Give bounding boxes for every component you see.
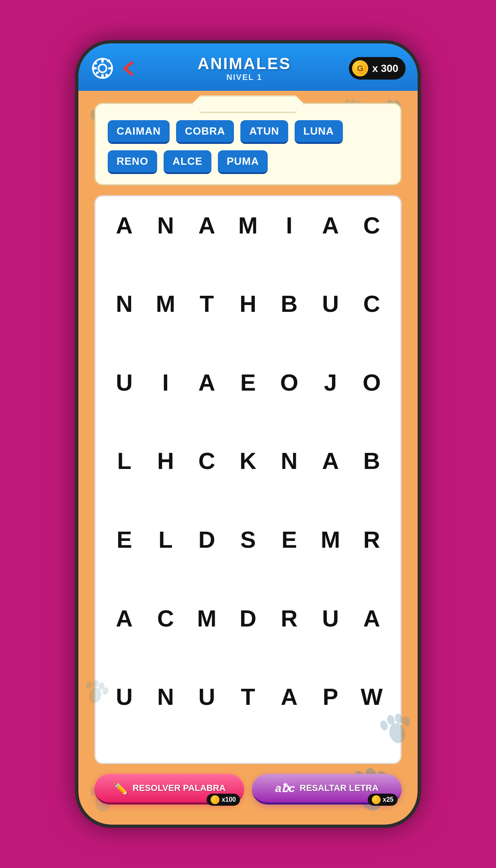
action-buttons: ✏️ RESOLVER PALABRA x100 aƀc RESALTAR LE… [94,774,402,813]
header-center: ANIMALES NIVEL 1 [140,55,349,82]
resaltar-cost: x25 [368,794,398,806]
letter-cell-1-4[interactable]: B [268,283,310,325]
resaltar-label: RESALTAR LETRA [300,783,379,793]
letter-cell-5-4[interactable]: R [268,598,310,639]
letter-cell-1-0[interactable]: N [104,283,145,325]
word-tag-atun[interactable]: ATUN [240,120,288,144]
word-tag-puma[interactable]: PUMA [218,150,268,174]
letter-cell-1-3[interactable]: H [228,283,269,325]
letter-cell-2-1[interactable]: I [145,362,187,403]
letter-cell-1-6[interactable]: C [351,283,392,325]
coin-icon-small-2 [372,795,381,804]
letter-cell-6-2[interactable]: U [186,676,228,717]
settings-button[interactable] [90,56,115,80]
letter-cell-0-0[interactable]: A [104,205,145,246]
pencil-icon: ✏️ [113,781,128,795]
game-body: CAIMAN COBRA ATUN LUNA RENO ALCE PUMA AN… [78,91,418,825]
letter-cell-5-1[interactable]: C [145,598,187,639]
resolver-button[interactable]: ✏️ RESOLVER PALABRA x100 [94,774,244,805]
letter-cell-0-3[interactable]: M [228,205,269,246]
letter-cell-3-2[interactable]: C [186,440,228,482]
letter-cell-4-5[interactable]: M [310,519,351,560]
letter-cell-3-5[interactable]: A [310,440,351,482]
letter-cell-0-6[interactable]: C [351,205,392,246]
letter-cell-1-5[interactable]: U [310,283,351,325]
letter-cell-4-3[interactable]: S [228,519,269,560]
word-tag-luna[interactable]: LUNA [295,120,343,144]
svg-point-34 [402,716,411,727]
phone-frame: ANIMALES NIVEL 1 G x 300 [75,40,421,828]
letter-cell-4-1[interactable]: L [145,519,187,560]
word-tag-cobra[interactable]: COBRA [176,120,234,144]
resaltar-cost-text: x25 [383,796,394,803]
letter-cell-5-0[interactable]: A [104,598,145,639]
word-list-panel: CAIMAN COBRA ATUN LUNA RENO ALCE PUMA [94,103,402,185]
svg-point-26 [85,681,93,690]
coin-icon-small [211,795,219,804]
letter-cell-2-2[interactable]: A [186,362,228,403]
letter-cell-2-6[interactable]: O [351,362,392,403]
coin-counter: G x 300 [349,57,406,80]
letter-cell-6-3[interactable]: T [228,676,269,717]
abc-icon: aƀc [275,782,295,795]
back-button[interactable] [118,57,140,80]
banner-decoration [192,95,304,113]
svg-point-1 [98,64,107,72]
resolver-cost: x100 [207,794,240,806]
letter-cell-5-3[interactable]: D [228,598,269,639]
letter-cell-0-1[interactable]: N [145,205,187,246]
word-tag-reno[interactable]: RENO [108,150,157,174]
letter-cell-2-3[interactable]: E [228,362,269,403]
resolver-label: RESOLVER PALABRA [133,783,225,793]
letter-grid-panel: ANAMIACNMTHBUCUIAEOJOLHCKNABELDSEMRACMDR… [94,195,402,764]
letter-cell-0-5[interactable]: A [310,205,351,246]
letter-cell-2-5[interactable]: J [310,362,351,403]
phone-screen: ANIMALES NIVEL 1 G x 300 [78,43,418,825]
svg-rect-3 [101,74,104,78]
letter-cell-6-4[interactable]: A [268,676,310,717]
letter-cell-2-0[interactable]: U [104,362,145,403]
letter-cell-1-1[interactable]: M [145,283,187,325]
letter-cell-4-4[interactable]: E [268,519,310,560]
letter-cell-5-5[interactable]: U [310,598,351,639]
word-tags-container: CAIMAN COBRA ATUN LUNA RENO ALCE PUMA [108,120,388,174]
coin-icon: G [352,60,368,76]
letter-grid: ANAMIACNMTHBUCUIAEOJOLHCKNABELDSEMRACMDR… [104,205,392,755]
letter-cell-4-6[interactable]: R [351,519,392,560]
letter-cell-5-6[interactable]: A [351,598,392,639]
svg-rect-5 [108,67,112,70]
svg-rect-4 [93,67,97,70]
letter-cell-4-2[interactable]: D [186,519,228,560]
letter-cell-3-6[interactable]: B [351,440,392,482]
letter-cell-2-4[interactable]: O [268,362,310,403]
letter-cell-3-1[interactable]: H [145,440,187,482]
letter-cell-3-4[interactable]: N [268,440,310,482]
letter-cell-0-4[interactable]: I [268,205,310,246]
letter-cell-6-5[interactable]: P [310,676,351,717]
game-title: ANIMALES [140,55,349,73]
game-level: NIVEL 1 [140,73,349,82]
letter-cell-3-0[interactable]: L [104,440,145,482]
coin-value: x 300 [372,62,398,75]
resolver-cost-text: x100 [221,796,236,803]
letter-cell-6-6[interactable]: W [351,676,392,717]
letter-cell-0-2[interactable]: A [186,205,228,246]
letter-cell-4-0[interactable]: E [104,519,145,560]
letter-cell-6-0[interactable]: U [104,676,145,717]
letter-cell-6-1[interactable]: N [145,676,187,717]
svg-rect-2 [101,59,104,63]
letter-cell-5-2[interactable]: M [186,598,228,639]
letter-cell-3-3[interactable]: K [228,440,269,482]
letter-cell-1-2[interactable]: T [186,283,228,325]
word-tag-alce[interactable]: ALCE [164,150,211,174]
word-tag-caiman[interactable]: CAIMAN [108,120,170,144]
resaltar-button[interactable]: aƀc RESALTAR LETRA x25 [252,774,402,805]
game-header: ANIMALES NIVEL 1 G x 300 [78,43,418,91]
